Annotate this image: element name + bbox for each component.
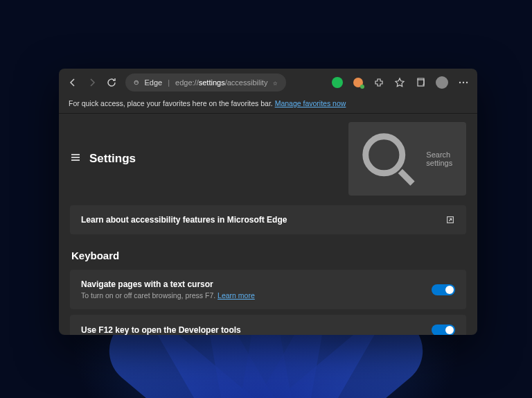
settings-content: Learn about accessibility features in Mi… (59, 205, 477, 335)
caret-browsing-card: Navigate pages with a text cursor To tur… (70, 270, 466, 309)
search-settings-input[interactable]: Search settings (348, 122, 466, 196)
f12-devtools-toggle[interactable] (432, 325, 455, 335)
svg-point-4 (463, 82, 464, 83)
search-placeholder: Search settings (426, 150, 459, 167)
refresh-button[interactable] (106, 77, 117, 88)
svg-point-3 (459, 82, 461, 83)
extension-profile-icon[interactable] (353, 77, 364, 88)
card-title: Navigate pages with a text cursor (81, 279, 432, 289)
f12-devtools-card: Use F12 key to open the Developer tools (70, 315, 466, 335)
favorite-star-icon[interactable] (273, 78, 277, 87)
svg-rect-2 (418, 80, 424, 86)
address-label: Edge (145, 78, 163, 87)
manage-favorites-link[interactable]: Manage favorites now (275, 99, 346, 107)
profile-avatar[interactable] (436, 76, 448, 89)
address-bar[interactable]: Edge | edge://settings/accessibility (125, 73, 286, 92)
extensions-icon[interactable] (373, 77, 384, 88)
search-icon (355, 126, 420, 191)
svg-point-1 (353, 78, 363, 87)
toolbar: Edge | edge://settings/accessibility (59, 69, 477, 96)
favorites-bar: For quick access, place your favorites h… (59, 96, 477, 114)
card-subtitle: To turn on or off caret browsing, press … (81, 291, 432, 300)
learn-more-link[interactable]: Learn more (218, 291, 255, 300)
browser-window: Edge | edge://settings/accessibility For… (59, 69, 477, 335)
forward-button[interactable] (87, 77, 98, 88)
back-button[interactable] (67, 77, 78, 88)
extension-green-icon[interactable] (332, 77, 343, 88)
collections-icon[interactable] (415, 77, 426, 88)
edge-icon (134, 78, 139, 87)
keyboard-section-heading: Keyboard (71, 250, 466, 261)
more-menu-icon[interactable] (458, 77, 469, 88)
favorites-bar-text: For quick access, place your favorites h… (69, 99, 273, 107)
accessibility-learn-card[interactable]: Learn about accessibility features in Mi… (70, 205, 466, 234)
card-title: Learn about accessibility features in Mi… (81, 215, 445, 225)
svg-point-6 (366, 137, 402, 173)
external-link-icon (445, 215, 455, 225)
caret-browsing-toggle[interactable] (432, 284, 455, 295)
settings-header: Settings Search settings (59, 114, 477, 205)
favorites-icon[interactable] (394, 77, 405, 88)
address-separator: | (168, 78, 170, 87)
card-title: Use F12 key to open the Developer tools (81, 325, 432, 335)
address-url: edge://settings/accessibility (175, 78, 267, 87)
hamburger-menu-icon[interactable] (70, 152, 81, 166)
svg-point-5 (466, 82, 468, 83)
page-title: Settings (89, 152, 136, 166)
